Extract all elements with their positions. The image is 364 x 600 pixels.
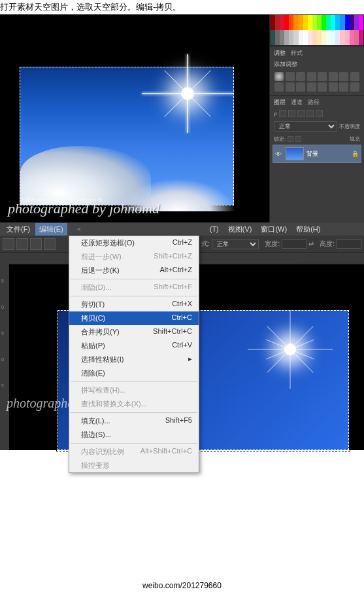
- swatch[interactable]: [308, 15, 312, 30]
- mixer-icon[interactable]: [274, 82, 284, 92]
- menu-paste[interactable]: 粘贴(P)Ctrl+V: [69, 339, 199, 353]
- swatch[interactable]: [317, 30, 322, 45]
- selective-icon[interactable]: [339, 82, 348, 92]
- swatch[interactable]: [303, 15, 308, 30]
- filter-icon[interactable]: [288, 110, 295, 117]
- swatch[interactable]: [350, 15, 354, 30]
- menu-back-icon[interactable]: ◄: [75, 225, 82, 232]
- tool-icon[interactable]: [3, 238, 14, 250]
- swatch[interactable]: [359, 30, 363, 45]
- tool-icon[interactable]: [30, 238, 42, 250]
- swatch[interactable]: [299, 15, 303, 30]
- menu-type[interactable]: (T): [206, 224, 223, 234]
- swatch[interactable]: [312, 15, 317, 30]
- tool-icon[interactable]: [44, 238, 56, 250]
- swatch[interactable]: [322, 15, 326, 30]
- swatch[interactable]: [331, 15, 335, 30]
- swatch[interactable]: [284, 30, 289, 45]
- visibility-icon[interactable]: 👁: [275, 150, 283, 157]
- menu-puppet-warp[interactable]: 操控变形: [69, 459, 199, 472]
- menu-find-replace[interactable]: 查找和替换文本(X)...: [69, 397, 199, 411]
- swatch[interactable]: [354, 15, 359, 30]
- swatch[interactable]: [326, 30, 331, 45]
- swatch[interactable]: [312, 30, 317, 45]
- swatch[interactable]: [317, 15, 322, 30]
- bw-icon[interactable]: [339, 72, 348, 81]
- menu-stroke[interactable]: 描边(S)...: [69, 428, 199, 442]
- filter-icon[interactable]: [279, 110, 286, 117]
- swatch[interactable]: [322, 30, 326, 45]
- swatch[interactable]: [326, 15, 331, 30]
- menu-view[interactable]: 视图(V): [224, 223, 256, 236]
- swatch[interactable]: [340, 15, 344, 30]
- adjustments-tab[interactable]: 调整: [274, 49, 286, 58]
- photo-filter-icon[interactable]: [350, 72, 359, 81]
- swatch[interactable]: [350, 30, 354, 45]
- channels-tab[interactable]: 通道: [291, 98, 303, 107]
- lock-icon[interactable]: [295, 136, 301, 142]
- swatch[interactable]: [303, 30, 308, 45]
- swatch[interactable]: [284, 15, 289, 30]
- swatch[interactable]: [280, 15, 284, 30]
- filter-icon[interactable]: [316, 110, 323, 117]
- levels-icon[interactable]: [286, 72, 295, 81]
- swatch[interactable]: [275, 15, 280, 30]
- swatch[interactable]: [345, 30, 350, 45]
- gradient-icon[interactable]: [329, 82, 338, 92]
- menu-copy[interactable]: 拷贝(C)Ctrl+C: [69, 311, 199, 325]
- hue-icon[interactable]: [329, 72, 338, 81]
- swatch[interactable]: [271, 15, 275, 30]
- menu-step-forward[interactable]: 前进一步(W)Shift+Ctrl+Z: [69, 250, 199, 264]
- swatch[interactable]: [340, 30, 344, 45]
- menu-file[interactable]: 文件(F): [3, 223, 34, 236]
- menu-cut[interactable]: 剪切(T)Ctrl+X: [69, 298, 199, 311]
- filter-icon[interactable]: [297, 110, 305, 117]
- paths-tab[interactable]: 路径: [308, 98, 320, 107]
- vibrance-icon[interactable]: [318, 72, 327, 81]
- swatch[interactable]: [293, 30, 298, 45]
- sky-selection[interactable]: 昵图网 www.nipic.com BY: ©vEvael小鱼: [20, 67, 234, 205]
- menu-fade[interactable]: 渐隐(D)...Shift+Ctrl+F: [69, 281, 199, 294]
- height-input[interactable]: [337, 239, 361, 249]
- adj-icon[interactable]: [350, 82, 359, 92]
- width-input[interactable]: [282, 239, 306, 249]
- swatch[interactable]: [280, 30, 284, 45]
- menu-copy-merged[interactable]: 合并拷贝(Y)Shift+Ctrl+C: [69, 325, 199, 339]
- layer-thumbnail[interactable]: [286, 147, 304, 160]
- curves-icon[interactable]: [296, 72, 305, 81]
- layer-name[interactable]: 背景: [306, 150, 318, 158]
- menu-help[interactable]: 帮助(H): [292, 223, 324, 236]
- tool-icon[interactable]: [16, 238, 28, 250]
- lock-icon[interactable]: [288, 136, 293, 142]
- blend-mode-select[interactable]: 正常: [274, 121, 337, 132]
- lookup-icon[interactable]: [286, 82, 295, 92]
- menu-step-backward[interactable]: 后退一步(K)Alt+Ctrl+Z: [69, 264, 199, 277]
- threshold-icon[interactable]: [318, 82, 327, 92]
- swatch[interactable]: [354, 30, 359, 45]
- brightness-icon[interactable]: [274, 72, 284, 81]
- style-select[interactable]: 正常: [212, 239, 259, 249]
- swatch[interactable]: [271, 30, 275, 45]
- swatch[interactable]: [335, 15, 340, 30]
- swatch[interactable]: [345, 15, 350, 30]
- swatch[interactable]: [293, 15, 298, 30]
- menu-edit[interactable]: 编辑(E): [35, 223, 67, 236]
- swatch[interactable]: [299, 30, 303, 45]
- invert-icon[interactable]: [296, 82, 305, 92]
- swatch[interactable]: [308, 30, 312, 45]
- menu-fill[interactable]: 填充(L)...Shift+F5: [69, 414, 199, 428]
- posterize-icon[interactable]: [307, 82, 316, 92]
- styles-tab[interactable]: 样式: [291, 49, 303, 58]
- swatch[interactable]: [289, 15, 293, 30]
- menu-window[interactable]: 窗口(W): [257, 223, 291, 236]
- menu-undo-rect[interactable]: 还原矩形选框(O)Ctrl+Z: [69, 236, 199, 250]
- swatch[interactable]: [359, 15, 363, 30]
- menu-spell-check[interactable]: 拼写检查(H)...: [69, 383, 199, 397]
- layer-row[interactable]: 👁 背景 🔒: [273, 145, 361, 163]
- layers-tab[interactable]: 图层: [274, 98, 286, 107]
- menu-content-aware[interactable]: 内容识别比例Alt+Shift+Ctrl+C: [69, 445, 199, 459]
- swatches-panel[interactable]: [270, 14, 364, 46]
- menu-paste-special[interactable]: 选择性粘贴(I)▸: [69, 353, 199, 366]
- exposure-icon[interactable]: [307, 72, 316, 81]
- swatch[interactable]: [335, 30, 340, 45]
